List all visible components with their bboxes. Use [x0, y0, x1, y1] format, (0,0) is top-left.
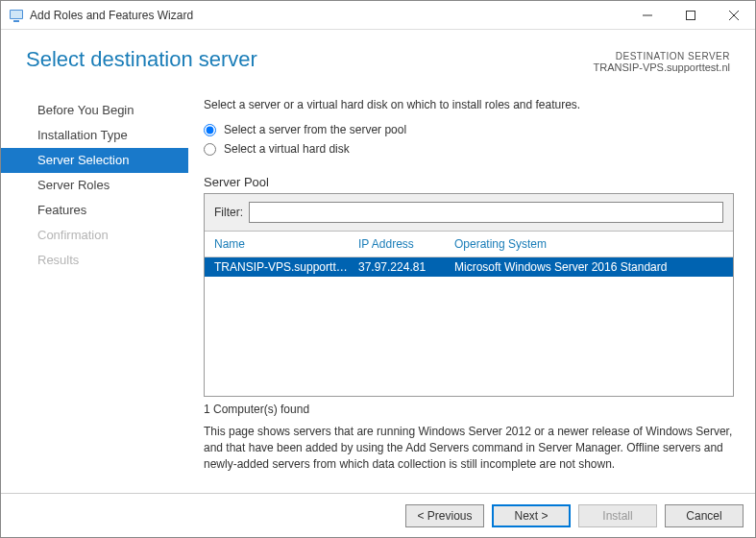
cell-ip: 37.97.224.81 — [358, 260, 454, 274]
titlebar: Add Roles and Features Wizard — [1, 1, 755, 30]
sidebar-item-results: Results — [1, 248, 188, 273]
header: Select destination server DESTINATION SE… — [1, 30, 755, 83]
previous-button[interactable]: < Previous — [405, 504, 484, 527]
page-title: Select destination server — [26, 47, 257, 72]
filter-label: Filter: — [214, 206, 243, 219]
col-header-os[interactable]: Operating System — [454, 237, 723, 251]
server-pool-label: Server Pool — [204, 175, 734, 189]
maximize-button[interactable] — [669, 1, 712, 29]
sidebar-item-confirmation: Confirmation — [1, 223, 188, 248]
col-header-ip[interactable]: IP Address — [358, 237, 454, 251]
svg-rect-2 — [13, 20, 19, 22]
radio-vhd-input[interactable] — [204, 143, 216, 156]
footer: < Previous Next > Install Cancel — [1, 493, 755, 537]
radio-server-pool-input[interactable] — [204, 124, 216, 136]
install-button: Install — [578, 504, 657, 527]
hint-text: This page shows servers that are running… — [204, 424, 734, 472]
filter-input[interactable] — [249, 202, 723, 223]
radio-vhd[interactable]: Select a virtual hard disk — [204, 142, 734, 156]
window-controls — [625, 1, 755, 29]
destination-name: TRANSIP-VPS.supporttest.nl — [594, 61, 730, 73]
col-header-name[interactable]: Name — [214, 237, 358, 251]
close-button[interactable] — [712, 1, 755, 29]
radio-server-pool[interactable]: Select a server from the server pool — [204, 123, 734, 136]
sidebar-item-server-selection[interactable]: Server Selection — [1, 148, 188, 173]
svg-rect-1 — [11, 11, 22, 18]
sidebar-item-installation-type[interactable]: Installation Type — [1, 123, 188, 148]
radio-server-pool-label: Select a server from the server pool — [224, 123, 406, 136]
sidebar-item-before-you-begin[interactable]: Before You Begin — [1, 98, 188, 123]
destination-block: DESTINATION SERVER TRANSIP-VPS.supportte… — [594, 51, 730, 73]
instruction-text: Select a server or a virtual hard disk o… — [204, 98, 734, 111]
svg-rect-4 — [686, 11, 695, 19]
cell-os: Microsoft Windows Server 2016 Standard — [454, 260, 723, 274]
minimize-button[interactable] — [625, 1, 669, 29]
destination-label: DESTINATION SERVER — [594, 51, 730, 61]
window-title: Add Roles and Features Wizard — [30, 9, 625, 22]
table-row[interactable]: TRANSIP-VPS.supporttes... 37.97.224.81 M… — [205, 257, 733, 277]
main-content: Select a server or a virtual hard disk o… — [188, 92, 755, 493]
cell-name: TRANSIP-VPS.supporttes... — [214, 260, 358, 274]
sidebar: Before You Begin Installation Type Serve… — [1, 92, 188, 493]
wizard-window: Add Roles and Features Wizard Select des… — [0, 0, 756, 538]
cancel-button[interactable]: Cancel — [665, 504, 744, 527]
computers-found-text: 1 Computer(s) found — [204, 403, 734, 416]
server-pool-box: Filter: Name IP Address Operating System… — [204, 193, 734, 397]
next-button[interactable]: Next > — [492, 504, 571, 527]
body: Before You Begin Installation Type Serve… — [1, 83, 755, 493]
radio-vhd-label: Select a virtual hard disk — [224, 142, 350, 156]
filter-bar: Filter: — [205, 194, 733, 232]
table-body: TRANSIP-VPS.supporttes... 37.97.224.81 M… — [205, 257, 733, 396]
sidebar-item-features[interactable]: Features — [1, 198, 188, 223]
table-header: Name IP Address Operating System — [205, 232, 733, 257]
app-icon — [9, 8, 24, 23]
sidebar-item-server-roles[interactable]: Server Roles — [1, 173, 188, 198]
